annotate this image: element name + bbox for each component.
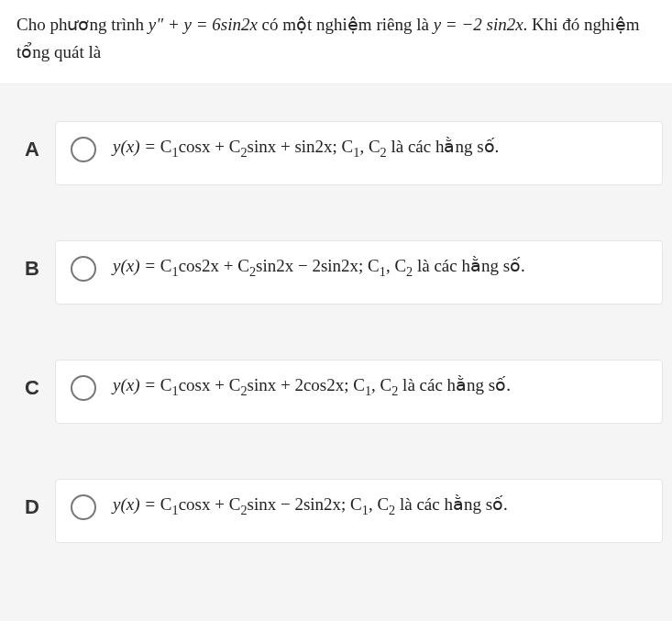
radio-icon[interactable] (71, 137, 96, 162)
question-prompt: Cho phương trình y″ + y = 6sin2x có một … (0, 0, 672, 84)
option-d-prefix: y(x) = (113, 494, 160, 514)
option-d-text: y(x) = C1cosx + C2sinx − 2sin2x; C1, C2 … (113, 493, 508, 520)
radio-icon[interactable] (71, 375, 96, 401)
question-text-4: tổng quát là (17, 42, 101, 61)
option-c-card[interactable]: y(x) = C1cosx + C2sinx + 2cos2x; C1, C2 … (55, 360, 663, 424)
question-math-2: y = −2 sin2x (434, 15, 523, 34)
option-a-letter: A (9, 121, 55, 161)
option-b-letter: B (9, 240, 55, 281)
option-a-body: C1cosx + C2sinx + sin2x; C1, C2 là các h… (160, 137, 500, 156)
question-text-2: có một nghiệm riêng là (258, 15, 434, 34)
question-math-1: y″ + y = 6sin2x (149, 15, 258, 34)
question-text-3: . Khi đó nghiệm (523, 15, 640, 34)
option-a-text: y(x) = C1cosx + C2sinx + sin2x; C1, C2 l… (113, 135, 499, 162)
option-c-text: y(x) = C1cosx + C2sinx + 2cos2x; C1, C2 … (113, 373, 511, 401)
option-b-row: B y(x) = C1cos2x + C2sin2x − 2sin2x; C1,… (9, 240, 663, 305)
option-c-letter: C (9, 360, 55, 400)
option-d-letter: D (9, 479, 55, 519)
option-d-card[interactable]: y(x) = C1cosx + C2sinx − 2sin2x; C1, C2 … (55, 479, 663, 543)
option-a-row: A y(x) = C1cosx + C2sinx + sin2x; C1, C2… (9, 121, 663, 185)
option-d-body: C1cosx + C2sinx − 2sin2x; C1, C2 là các … (160, 494, 508, 514)
option-c-body: C1cosx + C2sinx + 2cos2x; C1, C2 là các … (160, 375, 511, 394)
option-a-card[interactable]: y(x) = C1cosx + C2sinx + sin2x; C1, C2 l… (55, 121, 663, 185)
option-c-prefix: y(x) = (113, 375, 160, 394)
question-text-1: Cho phương trình (17, 15, 149, 34)
radio-icon[interactable] (71, 256, 96, 282)
option-b-prefix: y(x) = (113, 256, 160, 275)
options-list: A y(x) = C1cosx + C2sinx + sin2x; C1, C2… (0, 84, 672, 543)
option-b-text: y(x) = C1cos2x + C2sin2x − 2sin2x; C1, C… (113, 254, 525, 282)
option-b-body: C1cos2x + C2sin2x − 2sin2x; C1, C2 là cá… (160, 256, 525, 275)
option-a-prefix: y(x) = (113, 137, 160, 156)
option-c-row: C y(x) = C1cosx + C2sinx + 2cos2x; C1, C… (9, 360, 663, 424)
radio-icon[interactable] (71, 494, 96, 520)
option-d-row: D y(x) = C1cosx + C2sinx − 2sin2x; C1, C… (9, 479, 663, 543)
option-b-card[interactable]: y(x) = C1cos2x + C2sin2x − 2sin2x; C1, C… (55, 240, 663, 305)
